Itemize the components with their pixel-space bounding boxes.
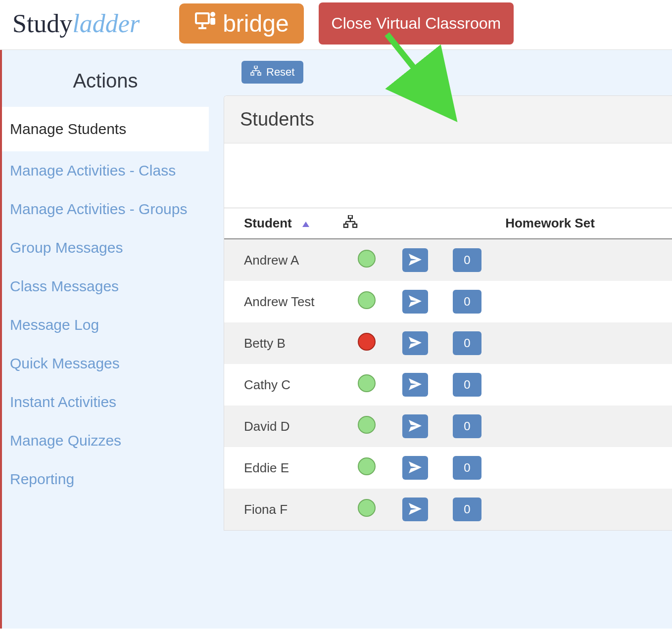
send-message-button[interactable]	[402, 498, 428, 521]
sidebar-item-group-messages[interactable]: Group Messages	[2, 228, 209, 267]
paper-plane-icon	[409, 378, 422, 392]
column-header-student[interactable]: Student	[224, 208, 338, 239]
status-cell	[338, 489, 383, 530]
svg-point-3	[210, 12, 215, 17]
table-row: Eddie E0	[224, 447, 672, 489]
bridge-button[interactable]: bridge	[179, 3, 303, 44]
status-cell	[338, 364, 383, 406]
sidebar-title: Actions	[2, 60, 209, 107]
top-bar: Studyladder bridge Close Virtual Classro…	[0, 0, 672, 50]
main-panel: Reset Students Student	[209, 50, 672, 629]
send-message-button[interactable]	[402, 331, 428, 355]
close-virtual-classroom-button[interactable]: Close Virtual Classroom	[319, 2, 514, 45]
status-indicator-icon	[358, 457, 376, 475]
send-cell	[383, 364, 433, 406]
student-name: David D	[224, 406, 338, 447]
panel-body: Student	[224, 143, 672, 530]
status-cell	[338, 447, 383, 489]
homework-count-button[interactable]: 0	[453, 248, 481, 272]
sidebar-item-instant-activities[interactable]: Instant Activities	[2, 383, 209, 421]
reset-button[interactable]: Reset	[241, 61, 303, 84]
logo-main: Study	[12, 9, 72, 38]
table-row: Andrew A0	[224, 239, 672, 281]
homework-count-button[interactable]: 0	[453, 498, 481, 521]
panel-title: Students	[224, 96, 672, 143]
student-name: Andrew Test	[224, 281, 338, 322]
presentation-icon	[194, 9, 217, 38]
column-header-homework[interactable]: Homework Set	[433, 208, 672, 239]
send-message-button[interactable]	[402, 456, 428, 480]
paper-plane-icon	[409, 503, 422, 516]
send-cell	[383, 489, 433, 530]
students-table: Student	[224, 208, 672, 530]
logo-accent: ladder	[72, 9, 140, 38]
logo: Studyladder	[12, 9, 164, 38]
homework-cell: 0	[433, 489, 672, 530]
sidebar-item-message-log[interactable]: Message Log	[2, 306, 209, 344]
table-row: Betty B0	[224, 322, 672, 364]
svg-rect-15	[344, 224, 348, 227]
close-label: Close Virtual Classroom	[332, 14, 501, 33]
send-message-button[interactable]	[402, 414, 428, 438]
homework-count-button[interactable]: 0	[453, 373, 481, 397]
sidebar-item-quick-messages[interactable]: Quick Messages	[2, 344, 209, 383]
send-message-button[interactable]	[402, 290, 428, 314]
students-panel: Students Student	[224, 95, 672, 531]
column-header-status[interactable]	[338, 208, 383, 239]
network-icon	[250, 66, 261, 79]
table-row: Cathy C0	[224, 364, 672, 406]
status-cell	[338, 239, 383, 281]
student-name: Betty B	[224, 322, 338, 364]
homework-cell: 0	[433, 322, 672, 364]
svg-rect-8	[251, 73, 254, 75]
paper-plane-icon	[409, 254, 422, 267]
homework-count-button[interactable]: 0	[453, 290, 481, 314]
status-indicator-icon	[358, 333, 376, 351]
sidebar: Actions Manage StudentsManage Activities…	[2, 50, 209, 629]
homework-cell: 0	[433, 406, 672, 447]
svg-rect-0	[196, 13, 209, 23]
status-indicator-icon	[358, 374, 376, 392]
homework-cell: 0	[433, 447, 672, 489]
sidebar-item-manage-quizzes[interactable]: Manage Quizzes	[2, 421, 209, 460]
status-cell	[338, 281, 383, 322]
homework-count-button[interactable]: 0	[453, 456, 481, 480]
reset-label: Reset	[266, 66, 294, 79]
status-cell	[338, 322, 383, 364]
content-area: Actions Manage StudentsManage Activities…	[0, 50, 672, 629]
column-header-send[interactable]	[383, 208, 433, 239]
student-name: Fiona F	[224, 489, 338, 530]
homework-count-button[interactable]: 0	[453, 331, 481, 355]
paper-plane-icon	[409, 461, 422, 475]
send-cell	[383, 406, 433, 447]
svg-rect-14	[348, 215, 352, 219]
paper-plane-icon	[409, 295, 422, 309]
table-row: Andrew Test0	[224, 281, 672, 322]
status-indicator-icon	[358, 291, 376, 309]
sidebar-item-manage-students[interactable]: Manage Students	[2, 107, 209, 151]
sort-asc-icon	[302, 222, 309, 227]
student-name: Eddie E	[224, 447, 338, 489]
homework-count-button[interactable]: 0	[453, 414, 481, 438]
sidebar-item-manage-activities-class[interactable]: Manage Activities - Class	[2, 151, 209, 190]
network-icon	[343, 216, 358, 231]
student-name: Cathy C	[224, 364, 338, 406]
sidebar-item-class-messages[interactable]: Class Messages	[2, 267, 209, 306]
send-cell	[383, 281, 433, 322]
send-cell	[383, 447, 433, 489]
paper-plane-icon	[409, 337, 422, 350]
sidebar-item-reporting[interactable]: Reporting	[2, 460, 209, 498]
bridge-label: bridge	[223, 10, 288, 37]
send-message-button[interactable]	[402, 248, 428, 272]
send-message-button[interactable]	[402, 373, 428, 397]
status-indicator-icon	[358, 250, 376, 268]
send-cell	[383, 322, 433, 364]
table-row: Fiona F0	[224, 489, 672, 530]
svg-rect-9	[258, 73, 261, 75]
student-name: Andrew A	[224, 239, 338, 281]
homework-cell: 0	[433, 364, 672, 406]
table-row: David D0	[224, 406, 672, 447]
svg-rect-16	[353, 224, 357, 227]
homework-cell: 0	[433, 281, 672, 322]
sidebar-item-manage-activities-groups[interactable]: Manage Activities - Groups	[2, 190, 209, 228]
